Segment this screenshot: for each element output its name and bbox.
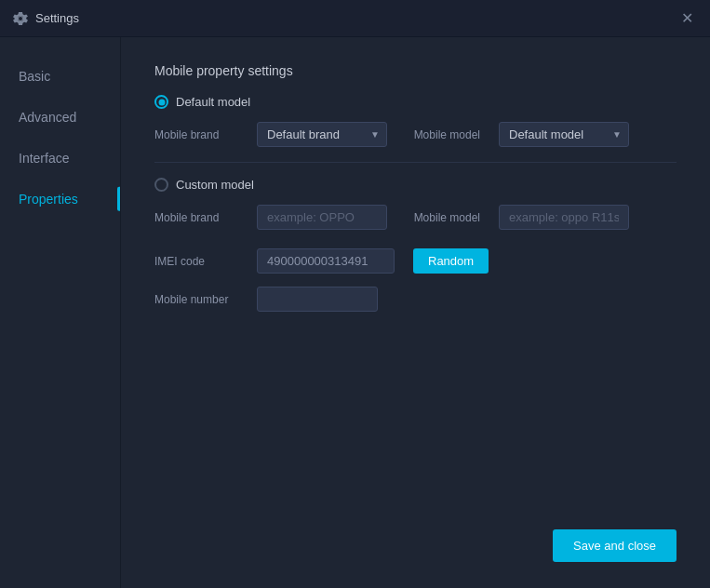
sidebar-label-properties: Properties [19, 192, 78, 207]
imei-input[interactable] [257, 248, 395, 274]
imei-row: IMEI code Random [154, 248, 677, 274]
custom-model-group: Custom model Mobile brand Mobile model [154, 178, 677, 230]
mobile-brand-label-default: Mobile brand [154, 128, 238, 141]
default-model-radio[interactable] [154, 95, 168, 109]
mobile-brand-select-wrapper: Default brand Samsung Apple Huawei Xiaom… [257, 122, 387, 147]
titlebar-title: Settings [35, 11, 79, 25]
titlebar-left: Settings [13, 11, 79, 26]
custom-brand-row: Mobile brand Mobile model [154, 205, 677, 230]
mobile-brand-select[interactable]: Default brand Samsung Apple Huawei Xiaom… [257, 122, 387, 147]
settings-icon [13, 11, 28, 26]
mobile-model-select[interactable]: Default model Galaxy S21 iPhone 13 P40 M… [499, 122, 629, 147]
default-model-text: Default model [176, 95, 250, 109]
sidebar-item-advanced[interactable]: Advanced [0, 97, 120, 138]
main-content: Mobile property settings Default model M… [121, 37, 710, 588]
section-title: Mobile property settings [154, 63, 677, 78]
mobile-number-input[interactable] [257, 287, 378, 312]
mobile-model-label-default: Mobile model [406, 128, 480, 141]
custom-brand-label: Mobile brand [154, 211, 238, 224]
titlebar: Settings ✕ [0, 0, 710, 37]
imei-label: IMEI code [154, 255, 238, 268]
sidebar-item-properties[interactable]: Properties [0, 179, 120, 220]
save-close-button[interactable]: Save and close [553, 529, 677, 562]
custom-model-input[interactable] [499, 205, 629, 230]
default-model-group: Default model Mobile brand Default brand… [154, 95, 677, 147]
sidebar-label-interface: Interface [19, 151, 69, 166]
sidebar: Basic Advanced Interface Properties [0, 37, 121, 588]
sidebar-label-basic: Basic [19, 69, 50, 84]
sidebar-item-interface[interactable]: Interface [0, 138, 120, 179]
sidebar-item-basic[interactable]: Basic [0, 56, 120, 97]
sidebar-label-advanced: Advanced [19, 110, 76, 125]
custom-model-label: Mobile model [406, 211, 480, 224]
mobile-model-select-wrapper: Default model Galaxy S21 iPhone 13 P40 M… [499, 122, 629, 147]
custom-model-radio-label[interactable]: Custom model [154, 178, 677, 192]
mobile-number-label: Mobile number [154, 293, 238, 306]
mobile-number-row: Mobile number [154, 287, 677, 312]
app-layout: Basic Advanced Interface Properties Mobi… [0, 37, 710, 588]
custom-model-radio[interactable] [154, 178, 168, 192]
close-button[interactable]: ✕ [677, 7, 697, 29]
custom-brand-input[interactable] [257, 205, 387, 230]
default-model-radio-label[interactable]: Default model [154, 95, 677, 109]
default-brand-row: Mobile brand Default brand Samsung Apple… [154, 122, 677, 147]
random-button[interactable]: Random [413, 248, 489, 274]
separator [154, 162, 677, 163]
custom-model-text: Custom model [176, 178, 254, 192]
